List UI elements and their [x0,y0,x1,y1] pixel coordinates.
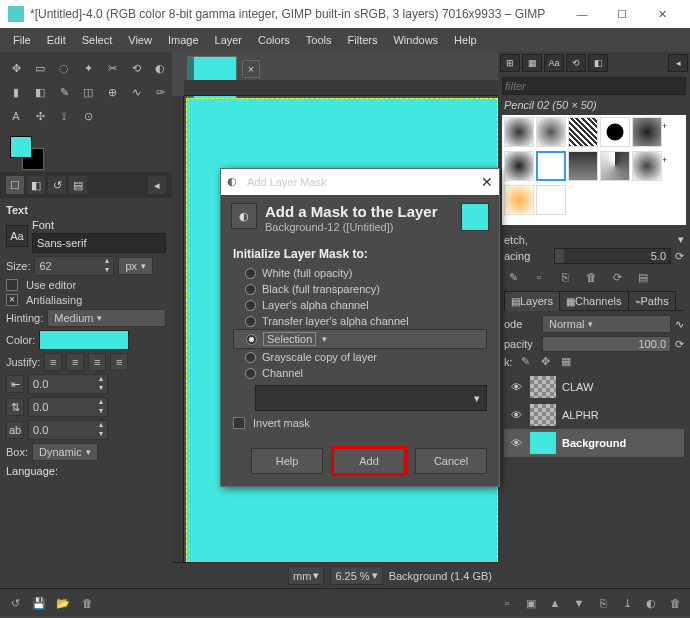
justify-right-icon[interactable]: ≡ [66,353,84,371]
indent-spinner-1[interactable]: 0.0▴▾ [28,374,108,394]
hinting-select[interactable]: Medium [47,309,166,327]
size-unit-select[interactable]: px [118,257,153,275]
device-tab-icon[interactable]: ◧ [27,176,45,194]
justify-center-icon[interactable]: ≡ [88,353,106,371]
history-tab-icon[interactable]: ↺ [48,176,66,194]
ruler-vertical[interactable] [172,96,184,568]
move-tool-icon[interactable]: ✥ [6,58,26,78]
menu-file[interactable]: File [6,31,38,49]
patterns-tab-icon[interactable]: ▦ [522,54,542,72]
text-color-well[interactable] [39,330,129,350]
layer-row[interactable]: 👁 CLAW [504,373,684,401]
image-tab-close-icon[interactable]: × [242,60,260,78]
mask-icon[interactable]: ◐ [642,594,660,612]
cancel-button[interactable]: Cancel [415,448,487,474]
menu-layer[interactable]: Layer [208,31,250,49]
brush-dup-icon[interactable]: ⎘ [556,268,574,286]
delete-icon[interactable]: 🗑 [78,594,96,612]
menu-colors[interactable]: Colors [251,31,297,49]
brushes-tab-icon[interactable]: ⊞ [500,54,520,72]
justify-left-icon[interactable]: ≡ [44,353,62,371]
eraser-tool-icon[interactable]: ◫ [78,82,98,102]
paths-tab[interactable]: ⌁Paths [628,291,676,311]
menu-windows[interactable]: Windows [386,31,445,49]
editor-tab-icon[interactable]: ◧ [588,54,608,72]
justify-fill-icon[interactable]: ≡ [110,353,128,371]
lock-position-icon[interactable]: ✥ [539,355,553,369]
foreground-color[interactable] [10,136,32,158]
free-select-tool-icon[interactable]: ◌ [54,58,74,78]
menu-select[interactable]: Select [75,31,120,49]
dialog-titlebar[interactable]: ◐ Add Layer Mask ✕ [221,169,499,195]
fuzzy-select-tool-icon[interactable]: ✦ [78,58,98,78]
fonts-tab-icon[interactable]: Aa [544,54,564,72]
add-button[interactable]: Add [333,448,405,474]
measure-tool-icon[interactable]: ⟟ [54,106,74,126]
layer-name[interactable]: Background [562,437,626,449]
indent-spinner-3[interactable]: 0.0▴▾ [28,420,108,440]
brush-folder-icon[interactable]: ▤ [634,268,652,286]
radio-channel[interactable]: Channel [233,365,487,381]
channels-tab[interactable]: ▦Channels [559,291,628,311]
layer-group-icon[interactable]: ▣ [522,594,540,612]
channel-select[interactable]: ▾ [255,385,487,411]
reset-icon[interactable]: ↺ [6,594,24,612]
visibility-icon[interactable]: 👁 [508,437,524,449]
images-tab-icon[interactable]: ▤ [69,176,87,194]
brush-edit-icon[interactable]: ✎ [504,268,522,286]
menu-view[interactable]: View [121,31,159,49]
clone-tool-icon[interactable]: ⊕ [102,82,122,102]
menu-image[interactable]: Image [161,31,206,49]
new-layer-icon[interactable]: ▫ [498,594,516,612]
dialog-close-icon[interactable]: ✕ [481,174,493,190]
menu-help[interactable]: Help [447,31,484,49]
color-swatches[interactable] [0,132,172,172]
save-icon[interactable]: 💾 [30,594,48,612]
duplicate-layer-icon[interactable]: ⎘ [594,594,612,612]
radio-alpha[interactable]: Layer's alpha channel [233,297,487,313]
visibility-icon[interactable]: 👁 [508,381,524,393]
bucket-fill-tool-icon[interactable]: ▮ [6,82,26,102]
rect-select-tool-icon[interactable]: ▭ [30,58,50,78]
load-icon[interactable]: 📂 [54,594,72,612]
visibility-icon[interactable]: 👁 [508,409,524,421]
zoom-tool-icon[interactable]: ⊙ [78,106,98,126]
smudge-tool-icon[interactable]: ∿ [126,82,146,102]
transform-tool-icon[interactable]: ⟲ [126,58,146,78]
radio-grayscale[interactable]: Grayscale copy of layer [233,349,487,365]
dock-menu-icon[interactable]: ◂ [668,54,688,72]
menu-edit[interactable]: Edit [40,31,73,49]
history-tab-icon[interactable]: ⟲ [566,54,586,72]
color-picker-tool-icon[interactable]: ✣ [30,106,50,126]
antialias-checkbox[interactable] [6,294,18,306]
maximize-button[interactable]: ☐ [602,0,642,28]
lock-alpha-icon[interactable]: ▦ [559,355,573,369]
raise-layer-icon[interactable]: ▲ [546,594,564,612]
merge-layer-icon[interactable]: ⤓ [618,594,636,612]
brush-new-icon[interactable]: ▫ [530,268,548,286]
font-input[interactable] [32,233,166,253]
lower-layer-icon[interactable]: ▼ [570,594,588,612]
layer-name[interactable]: CLAW [562,381,593,393]
font-thumb-icon[interactable]: Aa [6,225,28,247]
minimize-button[interactable]: — [562,0,602,28]
gradient-tool-icon[interactable]: ◧ [30,82,50,102]
tool-options-tab-icon[interactable]: ☐ [6,176,24,194]
crop-tool-icon[interactable]: ✂ [102,58,122,78]
ruler-horizontal[interactable] [184,80,498,96]
mode-select[interactable]: Normal [542,315,671,333]
lock-pixels-icon[interactable]: ✎ [519,355,533,369]
paintbrush-tool-icon[interactable]: ✎ [54,82,74,102]
menu-filters[interactable]: Filters [341,31,385,49]
indent-spinner-2[interactable]: 0.0▴▾ [28,397,108,417]
delete-layer-icon[interactable]: 🗑 [666,594,684,612]
help-button[interactable]: Help [251,448,323,474]
spacing-slider[interactable]: 5.0 [554,248,671,264]
radio-black[interactable]: Black (full transparency) [233,281,487,297]
radio-white[interactable]: White (full opacity) [233,265,487,281]
unit-select[interactable]: mm ▾ [288,566,324,585]
close-button[interactable]: ✕ [642,0,682,28]
box-select[interactable]: Dynamic [32,443,98,461]
menu-tools[interactable]: Tools [299,31,339,49]
dock-menu-icon[interactable]: ◂ [148,176,166,194]
